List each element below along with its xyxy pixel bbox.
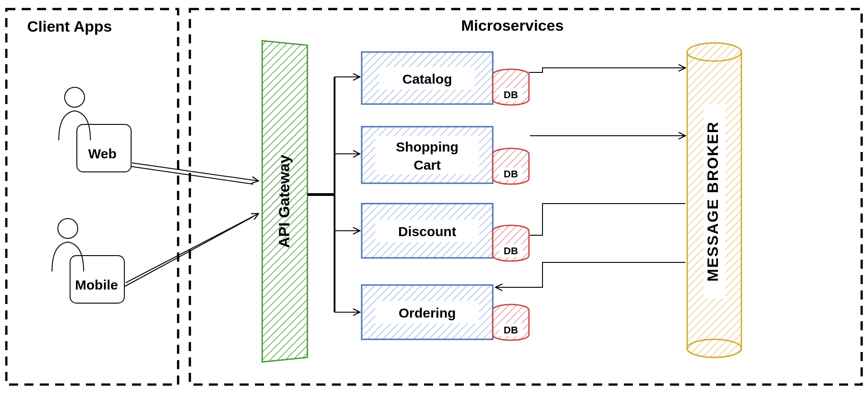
api-gateway: API Gateway [262,41,307,362]
arrow-web-to-gateway [131,163,259,184]
arrow-discount-broker [530,204,685,235]
svg-text:Cart: Cart [414,157,441,172]
svg-line-32 [132,163,259,181]
db-catalog-label: DB [504,89,518,100]
web-label: Web [88,146,117,161]
mobile-label: Mobile [75,277,118,292]
service-catalog-label: Catalog [402,71,452,86]
message-broker-label: MESSAGE BROKER [704,121,721,282]
svg-point-10 [58,219,78,238]
svg-point-8 [65,87,85,107]
client-apps-title: Client Apps [27,18,112,35]
service-discount: Discount [362,204,493,258]
service-shopping-cart-label: Shopping [396,139,458,154]
arrow-catalog-broker [529,68,685,72]
db-discount-label: DB [504,245,518,257]
service-catalog: Catalog [362,52,493,104]
svg-line-34 [126,214,259,283]
db-ordering: DB [493,304,529,340]
svg-line-33 [131,166,253,184]
svg-line-35 [125,217,252,286]
db-ordering-label: DB [504,324,518,336]
db-shopping-cart-label: DB [504,168,518,180]
db-discount: DB [493,225,529,261]
db-catalog: DB [493,69,529,105]
arrow-mobile-to-gateway [125,214,259,286]
service-ordering-label: Ordering [399,305,456,320]
message-broker: MESSAGE BROKER [687,43,741,357]
api-gateway-label: API Gateway [275,155,292,248]
architecture-diagram: Client Apps Web Mobile Microservices API… [0,0,868,409]
service-shopping-cart: Shopping Cart [362,127,493,183]
service-discount-label: Discount [398,224,456,239]
microservices-title: Microservices [461,17,564,34]
db-shopping-cart: DB [493,148,529,184]
arrow-broker-ordering [495,262,685,287]
svg-point-29 [687,43,741,61]
service-ordering: Ordering [362,285,493,339]
client-apps-box [6,9,178,385]
